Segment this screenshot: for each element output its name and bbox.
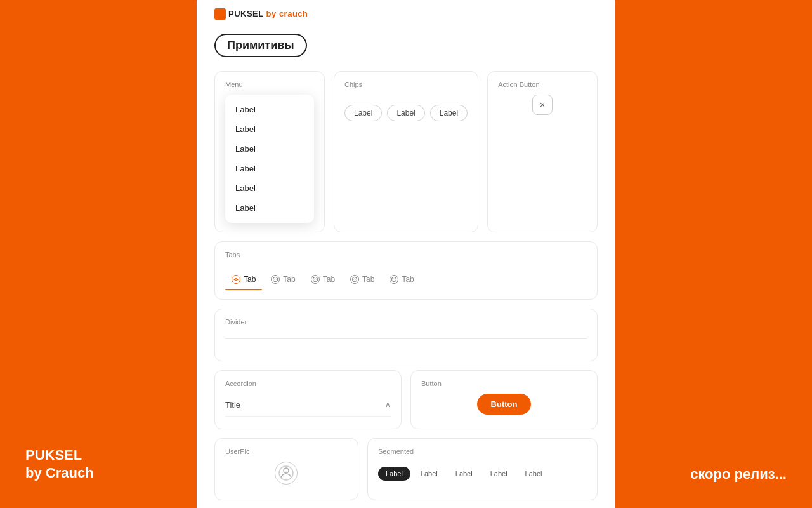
seg-item[interactable]: Label xyxy=(483,467,515,481)
brand-line2: by Crauch xyxy=(25,464,94,483)
tab-item[interactable]: Tab xyxy=(383,270,420,290)
segmented-title: Segmented xyxy=(378,448,587,455)
menu-item[interactable]: Label xyxy=(225,139,314,159)
seg-item[interactable]: Label xyxy=(413,467,445,481)
tab-icon xyxy=(271,275,280,284)
menu-item[interactable]: Label xyxy=(225,119,314,139)
tabs-widget: Tabs Tab Tab Tab xyxy=(214,241,598,300)
menu-title: Menu xyxy=(225,81,314,88)
tab-item[interactable]: Tab xyxy=(304,270,341,290)
logo-icon xyxy=(214,8,226,20)
seg-item[interactable]: Label xyxy=(518,467,550,481)
tab-icon xyxy=(311,275,320,284)
menu-item[interactable]: Label xyxy=(225,178,314,198)
userpic-title: UserPic xyxy=(225,448,348,455)
tabs-title: Tabs xyxy=(225,251,587,258)
svg-point-0 xyxy=(273,277,278,281)
tab-label: Tab xyxy=(244,275,256,284)
button-title: Button xyxy=(421,380,587,387)
seg-item-active[interactable]: Label xyxy=(378,467,410,481)
menu-item[interactable]: Label xyxy=(225,159,314,178)
bottom-left-branding: PUKSEL by Crauch xyxy=(25,446,94,483)
tab-item[interactable]: Tab xyxy=(265,270,301,290)
divider-title: Divider xyxy=(225,318,587,326)
menu-item[interactable]: Label xyxy=(225,198,314,218)
page-title: Примитивы xyxy=(214,34,307,57)
bottom-right-text: скоро релиз... xyxy=(690,466,787,483)
menu-widget: Menu Label Label Label Label Label Label xyxy=(214,71,325,232)
accordion-widget: Accordion Title ∧ xyxy=(214,370,402,429)
segmented-widget: Segmented Label Label Label Label Label xyxy=(367,438,598,500)
chips-widget: Chips Label Label Label xyxy=(334,71,478,232)
tab-icon xyxy=(350,275,359,284)
seg-item[interactable]: Label xyxy=(448,467,480,481)
tab-item-active[interactable]: Tab xyxy=(225,270,262,290)
chevron-up-icon: ∧ xyxy=(385,400,391,409)
userpic-widget: UserPic xyxy=(214,438,358,500)
accordion-row[interactable]: Title ∧ xyxy=(225,394,391,417)
action-button-title: Action Button xyxy=(498,81,587,88)
tab-label: Tab xyxy=(362,275,374,284)
menu-item[interactable]: Label xyxy=(225,100,314,119)
tab-label: Tab xyxy=(283,275,295,284)
tab-label: Tab xyxy=(402,275,414,284)
brand-line1: PUKSEL xyxy=(25,446,94,465)
svg-point-2 xyxy=(353,277,357,281)
action-x-button[interactable]: × xyxy=(532,95,553,115)
user-avatar xyxy=(275,462,298,485)
primary-button[interactable]: Button xyxy=(477,394,532,415)
segmented-container: Label Label Label Label Label xyxy=(378,462,587,486)
tab-icon xyxy=(390,275,398,284)
tabs-container: Tab Tab Tab Tab xyxy=(225,265,587,290)
divider-line xyxy=(225,338,587,339)
divider-widget: Divider xyxy=(214,309,598,361)
action-button-widget: Action Button × xyxy=(487,71,598,232)
chips-container: Label Label Label xyxy=(344,95,468,131)
accordion-item-title: Title xyxy=(225,400,240,410)
svg-point-3 xyxy=(392,277,396,281)
menu-dropdown: Label Label Label Label Label Label xyxy=(225,95,314,223)
tab-item[interactable]: Tab xyxy=(344,270,381,290)
main-card: PUKSEL by crauch Примитивы Menu Label La… xyxy=(197,0,615,508)
button-widget: Button Button xyxy=(410,370,598,429)
svg-point-4 xyxy=(284,468,289,473)
tab-label: Tab xyxy=(323,275,335,284)
logo-text: PUKSEL by crauch xyxy=(228,9,308,18)
accordion-title-label: Accordion xyxy=(225,380,391,387)
tab-icon xyxy=(232,275,240,284)
svg-point-1 xyxy=(313,277,317,281)
chips-title: Chips xyxy=(344,81,468,88)
logo-area: PUKSEL by crauch xyxy=(214,8,598,20)
chip-item[interactable]: Label xyxy=(430,105,468,121)
chip-item[interactable]: Label xyxy=(344,105,382,121)
chip-item[interactable]: Label xyxy=(387,105,424,121)
